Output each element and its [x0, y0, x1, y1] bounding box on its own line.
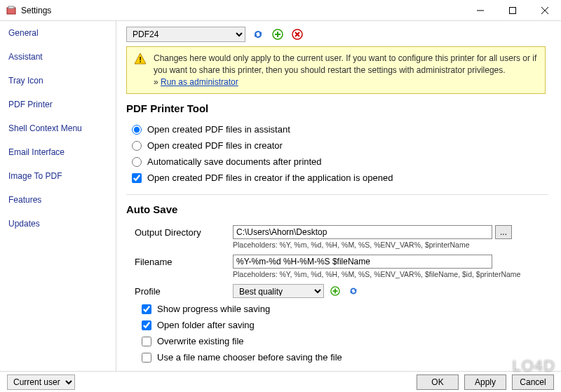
add-icon[interactable]: [271, 27, 285, 41]
cancel-button[interactable]: Cancel: [512, 374, 554, 390]
profile-select[interactable]: Best quality: [233, 284, 324, 298]
check-label: Open folder after saving: [157, 320, 255, 330]
profile-refresh-icon[interactable]: [346, 284, 360, 298]
radio-label: Open created PDF files in creator: [147, 140, 283, 151]
scope-select[interactable]: Current user: [7, 374, 75, 390]
check-open-if-running-input[interactable]: [132, 173, 142, 183]
close-button[interactable]: [529, 0, 561, 21]
main-panel: PDF24 ! Changes here would only apply to…: [116, 21, 561, 371]
app-icon: [6, 5, 17, 16]
radio-open-assistant-input[interactable]: [132, 125, 142, 135]
warning-link-prefix: »: [154, 77, 161, 87]
check-label: Show progress while saving: [157, 304, 270, 314]
minimize-button[interactable]: [464, 0, 496, 21]
radio-open-creator-input[interactable]: [132, 141, 142, 151]
radio-auto-save[interactable]: Automatically save documents after print…: [126, 154, 548, 170]
sidebar-item-tray-icon[interactable]: Tray Icon: [0, 69, 116, 93]
filename-label: Filename: [135, 255, 226, 267]
svg-text:!: !: [139, 55, 142, 64]
check-label: Overwrite existing file: [157, 336, 244, 346]
sidebar-item-updates[interactable]: Updates: [0, 212, 116, 236]
sidebar-item-features[interactable]: Features: [0, 188, 116, 212]
radio-auto-save-input[interactable]: [132, 157, 142, 167]
run-as-admin-link[interactable]: Run as administrator: [161, 77, 238, 87]
delete-icon[interactable]: [290, 27, 304, 41]
output-dir-input[interactable]: [233, 225, 492, 239]
check-show-progress[interactable]: Show progress while saving: [126, 301, 548, 317]
refresh-icon[interactable]: [251, 27, 265, 41]
apply-button[interactable]: Apply: [464, 374, 506, 390]
check-open-folder-input[interactable]: [142, 320, 151, 330]
browse-button[interactable]: ...: [495, 225, 512, 239]
window-title: Settings: [21, 6, 464, 15]
radio-open-creator[interactable]: Open created PDF files in creator: [126, 137, 548, 154]
check-open-if-running[interactable]: Open created PDF files in creator if the…: [126, 170, 548, 186]
check-overwrite-input[interactable]: [142, 337, 151, 346]
svg-rect-1: [8, 6, 14, 8]
auto-save-heading: Auto Save: [126, 203, 548, 215]
profile-label: Profile: [135, 284, 226, 297]
warning-text: Changes here would only apply to the cur…: [154, 53, 536, 75]
svg-rect-3: [510, 7, 516, 13]
sidebar-item-shell-context[interactable]: Shell Context Menu: [0, 116, 116, 140]
check-filename-chooser-input[interactable]: [142, 353, 151, 363]
sidebar-item-assistant[interactable]: Assistant: [0, 45, 116, 69]
ok-button[interactable]: OK: [417, 374, 459, 390]
sidebar-item-general[interactable]: General: [0, 21, 116, 45]
profile-add-icon[interactable]: [328, 284, 342, 298]
filename-hint: Placeholders: %Y, %m, %d, %H, %M, %S, %E…: [233, 270, 548, 278]
admin-warning: ! Changes here would only apply to the c…: [126, 46, 546, 94]
radio-open-assistant[interactable]: Open created PDF files in assistant: [126, 121, 548, 137]
titlebar: Settings: [0, 0, 561, 21]
printer-select[interactable]: PDF24: [126, 27, 245, 42]
filename-input[interactable]: [233, 255, 492, 269]
check-open-folder[interactable]: Open folder after saving: [126, 317, 548, 333]
sidebar: General Assistant Tray Icon PDF Printer …: [0, 21, 116, 371]
check-overwrite[interactable]: Overwrite existing file: [126, 333, 548, 349]
radio-label: Automatically save documents after print…: [147, 156, 322, 167]
output-dir-label: Output Directory: [135, 225, 226, 238]
sidebar-item-image-to-pdf[interactable]: Image To PDF: [0, 164, 116, 188]
pdf-printer-tool-heading: PDF Printer Tool: [126, 102, 548, 114]
check-filename-chooser[interactable]: Use a file name chooser before saving th…: [126, 349, 548, 365]
warning-icon: !: [134, 53, 147, 65]
footer-bar: Current user OK Apply Cancel: [0, 371, 561, 392]
check-show-progress-input[interactable]: [142, 304, 151, 314]
check-label: Open created PDF files in creator if the…: [147, 173, 393, 183]
radio-label: Open created PDF files in assistant: [147, 124, 290, 135]
sidebar-item-email[interactable]: Email Interface: [0, 140, 116, 164]
check-label: Use a file name chooser before saving th…: [157, 352, 342, 363]
output-dir-hint: Placeholders: %Y, %m, %d, %H, %M, %S, %E…: [233, 241, 548, 249]
maximize-button[interactable]: [496, 0, 529, 21]
sidebar-item-pdf-printer[interactable]: PDF Printer: [0, 93, 116, 116]
